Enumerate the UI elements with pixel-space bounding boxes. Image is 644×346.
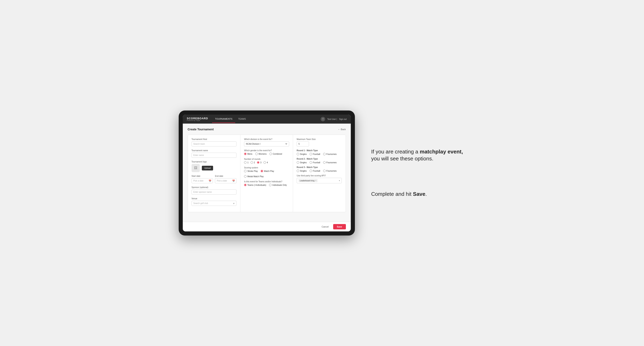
round1-foursomes-label: Foursomes [326,153,337,155]
rounds-3[interactable]: 3 [257,161,262,164]
scoring-stroke-radio[interactable] [244,170,246,172]
round3-fourball[interactable]: Fourball [310,170,320,172]
round3-fourball-radio[interactable] [310,170,312,172]
nav-signout-link[interactable]: Sign out [339,118,347,120]
round1-fourball[interactable]: Fourball [310,153,320,155]
rounds-4-label: 4 [267,162,268,164]
page-header: Create Tournament ← Back [188,128,346,131]
api-select-wrap[interactable]: Leaderboard King × ▾ [297,178,342,183]
rounds-2[interactable]: 2 [250,161,255,164]
gender-combined-radio[interactable] [270,153,272,155]
round1-singles-radio[interactable] [297,153,299,155]
gender-label: Which gender is the event for? [244,149,289,152]
start-date-group: Start date 📅 [192,175,213,183]
division-select[interactable]: NCAA Division I [244,141,289,147]
round2-foursomes-radio[interactable] [323,161,326,164]
cancel-button[interactable]: Cancel [319,224,331,229]
start-date-wrap: 📅 [192,178,213,183]
rounds-label: Number of rounds [244,158,289,160]
back-button[interactable]: ← Back [338,128,346,131]
gender-mens-label: Mens [247,153,252,155]
form-col-3: Maximum Team Size Round 1 - Match Type S… [293,135,346,212]
round3-foursomes[interactable]: Foursomes [323,170,337,172]
round3-singles-radio[interactable] [297,170,299,172]
api-chevron-icon: ▾ [339,179,340,182]
max-team-size-input[interactable] [297,141,309,147]
round1-foursomes[interactable]: Foursomes [323,153,337,155]
venue-input[interactable] [192,201,237,206]
gender-group: Which gender is the event for? Mens Wome… [244,149,289,155]
upload-button[interactable]: Upload [202,166,213,171]
tournament-host-input[interactable] [192,141,237,147]
api-tag-close-icon[interactable]: × [315,179,316,182]
round2-options: Singles Fourball Foursomes [297,161,342,164]
api-group: Use third-party live scoring API? Leader… [297,174,342,183]
end-date-input[interactable] [215,178,236,183]
rounds-3-radio[interactable] [257,161,260,164]
logo-placeholder: 🖼 [192,164,200,172]
round3-fourball-label: Fourball [313,170,320,172]
sponsor-group: Sponsor (optional) [192,186,237,194]
round2-foursomes[interactable]: Foursomes [323,161,337,164]
nav-tournaments[interactable]: TOURNAMENTS [212,115,235,123]
teams-individuals-radio[interactable] [269,184,272,186]
api-tag: Leaderboard King × [298,179,318,182]
page-title: Create Tournament [188,128,214,131]
date-row: Start date 📅 End date [192,175,237,183]
gender-womens-label: Womens [258,153,266,155]
gender-mens-radio[interactable] [244,153,246,155]
rounds-3-label: 3 [260,162,262,164]
teams-teams[interactable]: Teams (+Individuals) [244,184,266,186]
tournament-host-label: Tournament Host [192,138,237,140]
venue-chevron-icon: ▼ [233,202,235,204]
teams-label: Is this event for Teams and/or Individua… [244,180,289,183]
scoring-match-radio[interactable] [261,170,263,172]
max-team-size-label: Maximum Team Size [297,138,342,140]
round3-singles-label: Singles [300,170,307,172]
page-content: Create Tournament ← Back Tournament Host… [183,124,351,222]
nav-links: TOURNAMENTS TEAMS [212,115,249,123]
gender-womens-radio[interactable] [255,153,258,155]
outer-wrapper: SCOREBOARD Powered by clippit TOURNAMENT… [179,111,466,235]
teams-teams-radio[interactable] [244,184,246,186]
round2-foursomes-label: Foursomes [326,162,337,164]
rounds-1-radio[interactable] [244,161,246,164]
date-group: Start date 📅 End date [192,175,237,183]
round1-fourball-radio[interactable] [310,153,312,155]
division-group: Which division is the event for? NCAA Di… [244,138,289,147]
round3-singles[interactable]: Singles [297,170,307,172]
gender-mens[interactable]: Mens [244,153,252,155]
gender-womens[interactable]: Womens [255,153,266,155]
round2-singles-radio[interactable] [297,161,299,164]
rounds-4-radio[interactable] [264,161,266,164]
gender-combined[interactable]: Combined [270,153,282,155]
teams-individuals[interactable]: Individuals Only [269,184,287,186]
rounds-1[interactable]: 1 [244,161,248,164]
round2-singles[interactable]: Singles [297,161,307,164]
round2-fourball-radio[interactable] [310,161,312,164]
save-button[interactable]: Save [333,224,346,229]
api-tag-text: Leaderboard King [300,180,314,182]
scoring-label: Scoring system [244,167,289,169]
scoring-match[interactable]: Match Play [261,170,274,172]
start-date-input[interactable] [192,178,213,183]
round1-singles[interactable]: Singles [297,153,307,155]
nav-teams[interactable]: TEAMS [235,115,249,123]
nav-logo: SCOREBOARD Powered by clippit [187,117,208,121]
round2-fourball[interactable]: Fourball [310,161,320,164]
sponsor-input[interactable] [192,189,237,194]
scoring-medal-radio[interactable] [244,175,246,177]
annotations: If you are creating a matchplay event, y… [367,148,466,198]
scoring-medal[interactable]: Medal Match Play [244,175,264,177]
scoring-group: Scoring system Stroke Play Match Play [244,167,289,177]
round3-foursomes-radio[interactable] [323,170,326,172]
tournament-name-input[interactable] [192,153,237,158]
rounds-4[interactable]: 4 [264,161,268,164]
tablet-screen: SCOREBOARD Powered by clippit TOURNAMENT… [183,115,351,231]
rounds-2-radio[interactable] [250,161,253,164]
round1-foursomes-radio[interactable] [323,153,326,155]
scoring-stroke[interactable]: Stroke Play [244,170,258,172]
round2-match-type-group: Round 2 - Match Type Singles Fourball [297,158,342,164]
round3-match-type-group: Round 3 - Match Type Singles Fourball [297,166,342,172]
teams-radio-group: Teams (+Individuals) Individuals Only [244,184,289,186]
